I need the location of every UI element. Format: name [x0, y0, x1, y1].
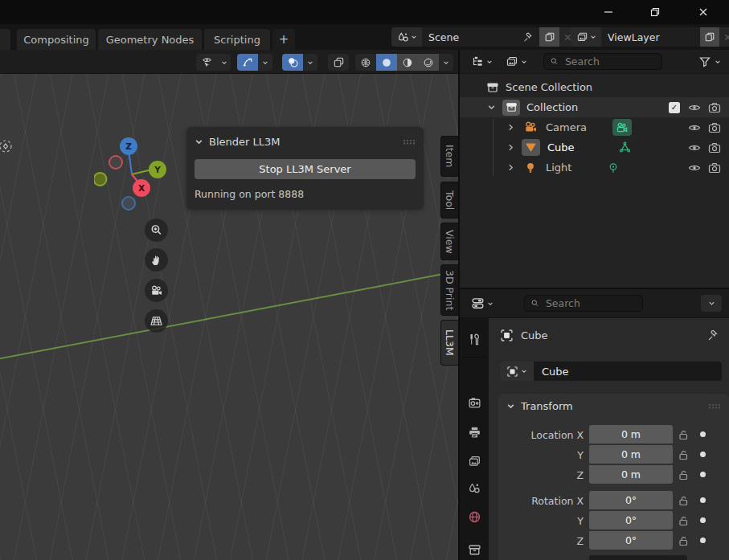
workspace-tab-partial[interactable] [0, 29, 10, 50]
workspace-tab-scripting[interactable]: Scripting [204, 29, 270, 50]
expand-chevron-right-icon[interactable] [506, 163, 515, 172]
expand-chevron-right-icon[interactable] [506, 143, 515, 152]
tab-view-layer-properties[interactable] [460, 452, 489, 471]
hide-in-viewport-eye-icon[interactable] [688, 141, 701, 154]
workspace-tab-compositing[interactable]: Compositing [17, 29, 96, 50]
keyframe-dot[interactable] [700, 472, 706, 477]
viewport-canvas[interactable]: Z Y X [0, 74, 459, 560]
collection-checkbox[interactable]: ✓ [669, 102, 680, 113]
sidebar-tab-ll3m[interactable]: LL3M [440, 320, 458, 366]
hide-in-viewport-eye-icon[interactable] [688, 101, 701, 114]
object-type-visibility-button[interactable] [196, 54, 217, 71]
breadcrumb-object-name[interactable]: Cube [521, 329, 548, 341]
tab-render-properties[interactable] [460, 393, 489, 412]
panel-grip-icon[interactable] [403, 139, 416, 145]
sidebar-tab-item[interactable]: Item [440, 136, 458, 177]
scene-name-field[interactable]: Scene [422, 27, 539, 47]
properties-search-box[interactable] [524, 295, 643, 312]
keyframe-dot[interactable] [700, 538, 706, 543]
overlays-dropdown[interactable] [303, 54, 317, 71]
workspace-tab-geometry-nodes[interactable]: Geometry Nodes [98, 29, 202, 50]
expand-chevron-icon[interactable] [487, 103, 496, 112]
sidebar-tab-tool[interactable]: Tool [440, 182, 458, 219]
tab-scene-properties[interactable] [460, 479, 489, 498]
rotation-mode-dropdown[interactable]: XYZ Euler [589, 555, 687, 560]
pin-id-icon[interactable] [706, 329, 719, 341]
outliner-row-camera[interactable]: Camera [460, 117, 729, 137]
close-button[interactable] [689, 2, 718, 22]
show-gizmo-toggle[interactable] [237, 54, 258, 71]
rotation-z-field[interactable]: 0° [589, 531, 673, 550]
show-overlays-toggle[interactable] [282, 54, 303, 71]
view-layer-name-field[interactable]: ViewLayer [601, 27, 700, 47]
tab-tool-properties[interactable] [460, 329, 489, 349]
restore-button[interactable] [641, 2, 670, 22]
zoom-view-button[interactable] [145, 219, 168, 242]
unlock-icon[interactable] [677, 514, 690, 527]
panel-collapse-chevron-icon[interactable] [195, 137, 203, 146]
shading-dropdown[interactable] [439, 54, 453, 71]
light-data-icon[interactable] [607, 161, 620, 174]
disable-in-renders-camera-icon[interactable] [708, 161, 721, 174]
outliner-search-box[interactable] [543, 53, 662, 70]
view-layer-browse-button[interactable] [571, 27, 601, 47]
unlock-icon[interactable] [677, 448, 690, 461]
viewport-3d[interactable]: Options Z [0, 50, 459, 560]
unlock-icon[interactable] [677, 428, 690, 441]
object-id-dropdown[interactable] [500, 362, 534, 381]
object-name-input[interactable] [534, 362, 722, 381]
outliner-row-scene-collection[interactable]: Scene Collection [460, 77, 729, 97]
stop-ll3m-server-button[interactable]: Stop LL3M Server [195, 159, 416, 179]
camera-view-button[interactable] [145, 279, 168, 302]
navigation-axis-gizmo[interactable]: Z Y X [94, 137, 170, 213]
sidebar-tab-view[interactable]: View [440, 223, 458, 260]
outliner-row-cube[interactable]: Cube [460, 137, 729, 157]
mesh-data-icon[interactable] [618, 141, 632, 154]
location-z-field[interactable]: 0 m [589, 465, 673, 484]
scene-browse-button[interactable] [391, 27, 422, 47]
rotation-y-field[interactable]: 0° [589, 511, 673, 529]
disable-in-renders-camera-icon[interactable] [708, 141, 721, 154]
keyframe-dot[interactable] [700, 497, 706, 503]
panel-grip-icon[interactable] [708, 403, 721, 409]
xray-toggle[interactable] [328, 54, 349, 71]
sidebar-tab-3d-print[interactable]: 3D Print [440, 264, 458, 316]
hide-in-viewport-eye-icon[interactable] [688, 161, 701, 174]
transform-panel-header[interactable]: Transform [506, 398, 721, 414]
shading-wireframe-button[interactable] [355, 54, 376, 71]
toggle-perspective-button[interactable] [145, 309, 168, 333]
editor-type-button[interactable] [471, 55, 493, 68]
unlock-icon[interactable] [677, 468, 690, 481]
rotation-x-field[interactable]: 0° [589, 491, 673, 509]
unlock-icon[interactable] [677, 494, 690, 507]
scene-new-button[interactable] [539, 27, 559, 47]
tab-world-properties[interactable] [460, 507, 489, 526]
outliner-display-mode-button[interactable] [506, 55, 527, 68]
outliner-row-collection[interactable]: Collection ✓ [460, 97, 729, 117]
outliner-row-light[interactable]: Light [460, 157, 729, 178]
disable-in-renders-camera-icon[interactable] [708, 121, 721, 134]
keyframe-dot[interactable] [700, 517, 706, 523]
camera-data-chip[interactable] [612, 119, 632, 136]
shading-solid-button[interactable] [376, 54, 397, 71]
tab-collection-properties[interactable] [460, 540, 489, 559]
expand-chevron-right-icon[interactable] [506, 123, 515, 132]
disable-in-renders-camera-icon[interactable] [708, 101, 721, 114]
keyframe-dot[interactable] [700, 431, 706, 437]
add-workspace-button[interactable]: + [272, 29, 295, 50]
keyframe-dot[interactable] [700, 452, 706, 457]
outliner-filter-button[interactable] [698, 55, 721, 68]
panel-collapse-chevron-icon[interactable] [506, 402, 515, 411]
properties-search-input[interactable] [544, 296, 637, 310]
view-layer-remove-button[interactable] [719, 27, 729, 47]
shading-material-button[interactable] [397, 54, 418, 71]
unlock-icon[interactable] [677, 534, 690, 547]
location-x-field[interactable]: 0 m [589, 425, 673, 444]
hide-in-viewport-eye-icon[interactable] [688, 121, 701, 134]
properties-options-dropdown[interactable] [701, 295, 722, 312]
location-y-field[interactable]: 0 m [589, 445, 673, 464]
pan-view-button[interactable] [145, 248, 168, 272]
minimize-button[interactable] [594, 2, 623, 22]
properties-editor-type-button[interactable] [471, 296, 494, 310]
outliner-search-input[interactable] [563, 55, 656, 68]
